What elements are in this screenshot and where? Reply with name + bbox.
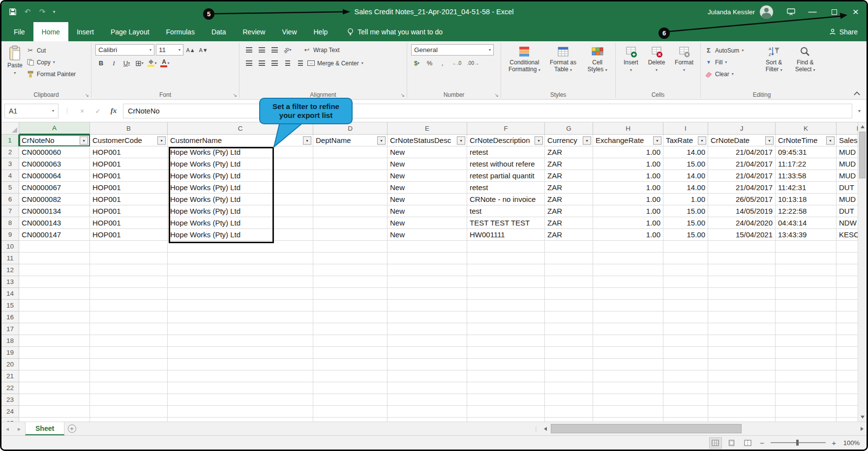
cell-C14[interactable] bbox=[168, 288, 313, 300]
cell-L19[interactable] bbox=[837, 347, 858, 359]
cell-J1[interactable]: CrNoteDate▾ bbox=[708, 135, 776, 146]
vertical-scrollbar[interactable] bbox=[858, 122, 867, 422]
close-button[interactable]: × bbox=[845, 1, 867, 22]
clear-button[interactable]: Clear▾ bbox=[705, 69, 757, 79]
cell-G10[interactable] bbox=[545, 241, 593, 253]
filter-button-K[interactable]: ▾ bbox=[826, 136, 835, 144]
cell-A16[interactable] bbox=[19, 311, 90, 323]
cell-H10[interactable] bbox=[593, 241, 663, 253]
cell-G8[interactable]: ZAR bbox=[545, 217, 593, 229]
autosum-button[interactable]: ΣAutoSum▾ bbox=[705, 45, 757, 56]
formula-bar-grip[interactable]: ⋮ bbox=[61, 107, 73, 114]
cell-D3[interactable] bbox=[313, 158, 388, 170]
cell-C3[interactable]: Hope Works (Pty) Ltd bbox=[168, 158, 313, 170]
cell-I14[interactable] bbox=[663, 288, 708, 300]
cell-F4[interactable]: retest partial quantit bbox=[467, 170, 545, 182]
cell-L7[interactable]: DUT bbox=[837, 205, 858, 217]
cell-E24[interactable] bbox=[388, 406, 467, 418]
row-header-7[interactable]: 7 bbox=[1, 205, 19, 217]
cell-C19[interactable] bbox=[168, 347, 313, 359]
row-header-23[interactable]: 23 bbox=[1, 394, 19, 406]
cell-C2[interactable]: Hope Works (Pty) Ltd bbox=[168, 146, 313, 158]
alignment-dialog-launcher[interactable]: ↘ bbox=[401, 92, 405, 98]
cell-D4[interactable] bbox=[313, 170, 388, 182]
cell-L10[interactable] bbox=[837, 241, 858, 253]
scrollbar-grip[interactable]: ⋮ bbox=[531, 422, 541, 435]
zoom-slider-thumb[interactable] bbox=[796, 440, 799, 446]
cell-A7[interactable]: CN0000134 bbox=[19, 205, 90, 217]
cell-E17[interactable] bbox=[388, 323, 467, 335]
cell-H16[interactable] bbox=[593, 311, 663, 323]
cell-D12[interactable] bbox=[313, 264, 388, 276]
cell-A6[interactable]: CN0000082 bbox=[19, 194, 90, 205]
cell-A21[interactable] bbox=[19, 370, 90, 382]
cell-D24[interactable] bbox=[313, 406, 388, 418]
page-break-view-button[interactable] bbox=[742, 438, 754, 448]
fill-button[interactable]: ▼Fill▾ bbox=[705, 57, 757, 67]
font-color-button[interactable]: A ▾ bbox=[159, 57, 171, 69]
cell-G4[interactable]: ZAR bbox=[545, 170, 593, 182]
cell-B2[interactable]: HOP001 bbox=[90, 146, 168, 158]
cell-E14[interactable] bbox=[388, 288, 467, 300]
undo-button[interactable]: ↶ bbox=[21, 5, 34, 18]
cell-I23[interactable] bbox=[663, 394, 708, 406]
cell-I2[interactable]: 14.00 bbox=[663, 146, 708, 158]
cell-E22[interactable] bbox=[388, 382, 467, 394]
cell-F8[interactable]: TEST TEST TEST bbox=[467, 217, 545, 229]
cell-F21[interactable] bbox=[467, 370, 545, 382]
row-header-21[interactable]: 21 bbox=[1, 370, 19, 382]
next-sheet-button[interactable]: ▸ bbox=[13, 422, 25, 435]
cell-A5[interactable]: CN0000067 bbox=[19, 182, 90, 194]
cell-D5[interactable] bbox=[313, 182, 388, 194]
cell-C7[interactable]: Hope Works (Pty) Ltd bbox=[168, 205, 313, 217]
cell-J5[interactable]: 21/04/2017 bbox=[708, 182, 776, 194]
cell-D8[interactable] bbox=[313, 217, 388, 229]
cell-I7[interactable]: 15.00 bbox=[663, 205, 708, 217]
cell-F20[interactable] bbox=[467, 359, 545, 370]
cell-I15[interactable] bbox=[663, 300, 708, 311]
cell-E9[interactable]: New bbox=[388, 229, 467, 241]
increase-font-size-button[interactable]: A▲ bbox=[185, 44, 196, 56]
cell-B15[interactable] bbox=[90, 300, 168, 311]
cell-I12[interactable] bbox=[663, 264, 708, 276]
cell-J23[interactable] bbox=[708, 394, 776, 406]
new-sheet-button[interactable]: + bbox=[64, 422, 79, 435]
cell-H5[interactable]: 1.00 bbox=[593, 182, 663, 194]
column-header-L[interactable]: L bbox=[837, 122, 858, 135]
cell-G9[interactable]: ZAR bbox=[545, 229, 593, 241]
number-format-select[interactable]: General▾ bbox=[411, 44, 494, 56]
cell-G17[interactable] bbox=[545, 323, 593, 335]
cell-J20[interactable] bbox=[708, 359, 776, 370]
cell-L12[interactable] bbox=[837, 264, 858, 276]
vertical-scrollbar-thumb[interactable] bbox=[859, 132, 866, 178]
cell-C25[interactable] bbox=[168, 418, 313, 422]
cell-G16[interactable] bbox=[545, 311, 593, 323]
row-header-8[interactable]: 8 bbox=[1, 217, 19, 229]
filter-button-B[interactable]: ▾ bbox=[157, 136, 166, 144]
normal-view-button[interactable] bbox=[710, 438, 721, 448]
cell-K21[interactable] bbox=[776, 370, 837, 382]
cell-D1[interactable]: DeptName▾ bbox=[313, 135, 388, 146]
scroll-up-button[interactable] bbox=[858, 122, 867, 131]
clipboard-dialog-launcher[interactable]: ↘ bbox=[85, 92, 89, 98]
cell-B25[interactable] bbox=[90, 418, 168, 422]
tab-data[interactable]: Data bbox=[203, 22, 235, 41]
cell-B14[interactable] bbox=[90, 288, 168, 300]
cell-F22[interactable] bbox=[467, 382, 545, 394]
formula-input[interactable]: CrNoteNo bbox=[123, 104, 852, 118]
cell-E7[interactable]: New bbox=[388, 205, 467, 217]
cell-G14[interactable] bbox=[545, 288, 593, 300]
cell-H11[interactable] bbox=[593, 253, 663, 264]
horizontal-scrollbar[interactable] bbox=[541, 422, 867, 435]
cell-A19[interactable] bbox=[19, 347, 90, 359]
cell-A15[interactable] bbox=[19, 300, 90, 311]
column-header-G[interactable]: G bbox=[545, 122, 593, 135]
column-header-A[interactable]: A bbox=[19, 122, 90, 135]
cell-H7[interactable]: 1.00 bbox=[593, 205, 663, 217]
cell-E11[interactable] bbox=[388, 253, 467, 264]
scroll-left-button[interactable] bbox=[541, 422, 550, 435]
cell-K1[interactable]: CrNoteTime▾ bbox=[776, 135, 837, 146]
cell-D7[interactable] bbox=[313, 205, 388, 217]
cell-B10[interactable] bbox=[90, 241, 168, 253]
row-header-10[interactable]: 10 bbox=[1, 241, 19, 253]
